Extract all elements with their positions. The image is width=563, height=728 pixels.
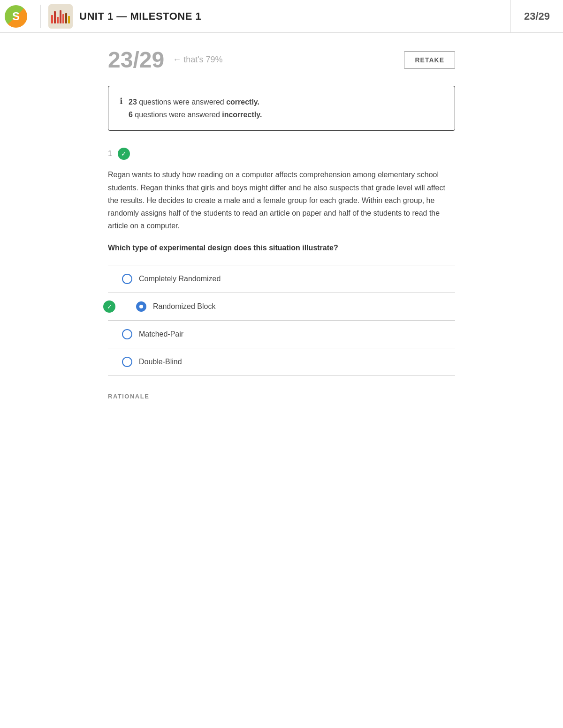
score-fraction: 23/29 [108, 47, 164, 73]
retake-button[interactable]: RETAKE [404, 51, 455, 69]
option-item-4[interactable]: Double-Blind [108, 348, 455, 376]
option-item-1[interactable]: Completely Randomized [108, 265, 455, 293]
rationale-label: RATIONALE [108, 393, 455, 400]
chart-bar-3 [57, 17, 59, 23]
correct-check-icon: ✓ [107, 303, 112, 310]
chart-bar-5 [62, 14, 64, 23]
incorrect-label: questions were answered [135, 111, 222, 119]
question-number-row: 1 ✓ [108, 148, 455, 160]
score-row: 23/29 that's 79% RETAKE [108, 47, 455, 73]
chart-bar-7 [68, 16, 70, 23]
header-score: 23/29 [510, 0, 563, 33]
option-label-2: Randomized Block [153, 302, 215, 311]
milestone-icon-box [48, 4, 73, 29]
correct-indicator-2: ✓ [103, 300, 115, 313]
chart-bar-4 [60, 10, 61, 23]
page-title: UNIT 1 — MILESTONE 1 [79, 10, 201, 23]
question-block: 1 ✓ Regan wants to study how reading on … [108, 148, 455, 376]
incorrect-line: 6 questions were answered incorrectly. [129, 108, 262, 121]
summary-info-box: ℹ 23 questions were answered correctly. … [108, 86, 455, 131]
incorrect-bold: incorrectly. [222, 111, 262, 119]
chart-bar-2 [54, 11, 56, 23]
main-content: 23/29 that's 79% RETAKE ℹ 23 questions w… [99, 33, 464, 414]
question-number: 1 [108, 150, 112, 158]
correct-line: 23 questions were answered correctly. [129, 96, 262, 108]
option-item-3[interactable]: Matched-Pair [108, 320, 455, 348]
radio-randomized-block[interactable] [136, 301, 146, 312]
question-prompt: Which type of experimental design does t… [108, 242, 455, 254]
check-icon: ✓ [121, 150, 127, 158]
summary-text: 23 questions were answered correctly. 6 … [129, 96, 262, 121]
bar-chart-icon [51, 9, 70, 23]
option-label-3: Matched-Pair [139, 330, 183, 338]
chart-bar-1 [51, 15, 53, 23]
header-divider [40, 5, 41, 28]
radio-completely-randomized[interactable] [122, 274, 132, 284]
chart-bar-6 [65, 13, 67, 23]
app-header: S UNIT 1 — MILESTONE 1 23/29 [0, 0, 563, 33]
option-label-1: Completely Randomized [139, 275, 221, 283]
incorrect-count: 6 [129, 111, 133, 119]
correct-label: questions were answered [139, 98, 226, 106]
score-percent: that's 79% [173, 55, 223, 65]
app-logo: S [5, 5, 27, 28]
logo-letter: S [12, 10, 20, 23]
correct-count: 23 [129, 98, 137, 106]
radio-matched-pair[interactable] [122, 329, 132, 339]
options-list: Completely Randomized ✓ Randomized Block… [108, 265, 455, 376]
option-label-4: Double-Blind [139, 358, 182, 366]
question-body: Regan wants to study how reading on a co… [108, 168, 455, 232]
correct-bold: correctly. [226, 98, 259, 106]
radio-double-blind[interactable] [122, 357, 132, 367]
info-icon: ℹ [120, 96, 123, 106]
question-correct-check: ✓ [118, 148, 130, 160]
option-item-2[interactable]: ✓ Randomized Block [108, 293, 455, 320]
